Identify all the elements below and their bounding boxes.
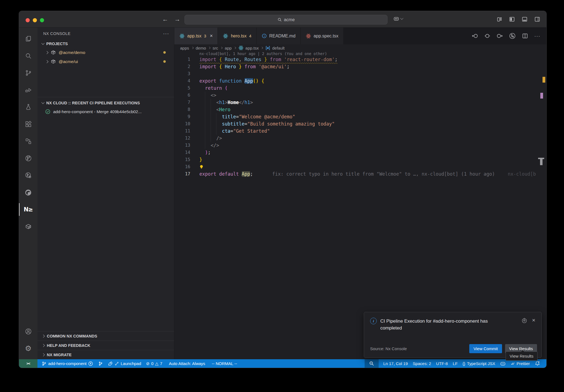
gitlens-compare-item[interactable] <box>96 359 105 368</box>
tab-app.tsx[interactable]: app.tsx3× <box>174 28 218 44</box>
activity-item-gitlens[interactable] <box>19 150 37 167</box>
activity-item-testing[interactable] <box>19 99 37 116</box>
command-center-search[interactable]: acme <box>185 15 387 24</box>
breadcrumb-item-src[interactable]: src <box>213 46 218 50</box>
toggle-primary-sidebar-icon[interactable] <box>509 16 515 22</box>
nav-previous-change-icon[interactable] <box>472 33 478 39</box>
code-line-1[interactable]: 1import { Route, Routes } from 'react-ro… <box>174 56 546 63</box>
activity-item-search[interactable] <box>19 47 37 64</box>
sidebar-more-actions-button[interactable]: ··· <box>163 31 169 37</box>
section-common-nx-commands[interactable]: COMMON NX COMMANDS <box>37 331 174 341</box>
notification-settings-gear-icon[interactable] <box>522 318 527 323</box>
git-codelens[interactable]: nx-cloud[bot], 1 hour ago | 2 authors (Y… <box>174 51 546 56</box>
language-mode-item[interactable]: {} TypeScript JSX <box>460 359 498 368</box>
code-line-16[interactable]: 16 <box>174 163 546 170</box>
scrollbar-handle-stem[interactable] <box>540 159 543 165</box>
code-line-11[interactable]: 11 cta="Get Started" <box>174 127 546 135</box>
breadcrumb-item-app[interactable]: app <box>225 46 232 50</box>
tab-close-icon[interactable]: × <box>210 33 213 39</box>
code-line-3[interactable]: 3 <box>174 70 546 77</box>
code-line-14[interactable]: 14 ); <box>174 149 546 156</box>
activity-item-settings[interactable]: ⚙ <box>19 340 37 357</box>
copilot-menu[interactable] <box>393 15 403 22</box>
section-label: NX MIGRATE <box>47 353 72 357</box>
code-line-10[interactable]: 10 subtitle="Build something amazing tod… <box>174 120 546 127</box>
eol-item[interactable]: LF <box>450 359 460 368</box>
launchpad-item[interactable]: Launchpad <box>105 359 143 368</box>
problems-item[interactable]: ⊘ 0 △ 7 <box>144 359 165 368</box>
nav-next-change-icon[interactable] <box>497 33 503 39</box>
commit-graph-icon[interactable] <box>509 32 516 39</box>
code-line-12[interactable]: 12 /> <box>174 135 546 142</box>
customize-layout-icon[interactable] <box>497 17 502 22</box>
chevron-right-icon <box>45 60 48 63</box>
line-content: } <box>190 156 202 163</box>
activity-item-containers[interactable] <box>19 218 37 235</box>
git-branch-item[interactable]: add-hero-component <box>39 359 96 368</box>
breadcrumb-item-default[interactable]: default <box>265 45 284 51</box>
toggle-secondary-sidebar-icon[interactable] <box>534 16 540 22</box>
code-line-17[interactable]: 17export default App;fix: correct typo i… <box>174 170 546 178</box>
tab-hero.tsx[interactable]: hero.tsx4 <box>218 28 256 44</box>
section-projects[interactable]: PROJECTS <box>37 40 174 48</box>
gitlens-inspect-icon <box>25 172 32 179</box>
breadcrumb-item-apps[interactable]: apps <box>180 46 189 50</box>
code-line-5[interactable]: 5 return ( <box>174 85 546 92</box>
breadcrumb-item-app.tsx[interactable]: app.tsx <box>238 45 259 51</box>
zoom-indicator[interactable] <box>365 359 379 368</box>
view-commit-button[interactable]: View Commit <box>469 344 502 353</box>
sidebar-nx-console: NX CONSOLE ··· PROJECTS @acme/demo@acme/… <box>37 28 174 359</box>
section-nx-cloud[interactable]: NX CLOUD :: RECENT CI PIPELINE EXECUTION… <box>37 99 174 107</box>
minimize-window-button[interactable] <box>33 18 37 22</box>
chevron-down-icon <box>41 42 44 45</box>
activity-item-edge-browser[interactable] <box>19 184 37 201</box>
activity-item-nx-console[interactable]: N≥ <box>19 201 37 218</box>
search-value: acme <box>284 17 295 22</box>
notification-close-icon[interactable]: × <box>532 318 535 323</box>
run-debug-icon <box>25 86 32 94</box>
ci-pipeline-item[interactable]: add-hero-component - Merge 409b44e5cb02.… <box>37 107 174 116</box>
activity-item-source-control[interactable] <box>19 64 37 81</box>
project-item[interactable]: @acme/ui <box>37 57 174 66</box>
activity-item-explorer[interactable] <box>19 30 37 47</box>
section-nx-migrate[interactable]: NX MIGRATE <box>37 350 174 359</box>
cursor-position-item[interactable]: Ln 17, Col 19 <box>381 359 410 368</box>
status-bar: >< add-hero-component <box>19 359 546 368</box>
activity-item-extensions[interactable] <box>19 116 37 133</box>
activity-item-gitlens-inspect[interactable] <box>19 167 37 184</box>
editor-more-actions-icon[interactable]: ··· <box>534 33 540 39</box>
modified-dot-badge <box>163 51 166 54</box>
code-line-2[interactable]: 2import { Hero } from '@acme/ui'; <box>174 63 546 70</box>
close-window-button[interactable] <box>26 18 30 22</box>
code-line-13[interactable]: 13 </> <box>174 142 546 149</box>
activity-bar: N≥ ⚙ <box>19 28 37 359</box>
tab-app.spec.tsx[interactable]: app.spec.tsx <box>301 28 344 44</box>
code-line-4[interactable]: 4export function App() { <box>174 77 546 85</box>
indentation-item[interactable]: Spaces: 2 <box>410 359 434 368</box>
split-editor-icon[interactable] <box>522 33 528 39</box>
remote-indicator[interactable]: >< <box>19 359 37 368</box>
code-line-6[interactable]: 6 <> <box>174 92 546 99</box>
activity-item-run-debug[interactable] <box>19 81 37 99</box>
project-item[interactable]: @acme/demo <box>37 48 174 57</box>
history-back-icon[interactable]: ← <box>162 16 168 23</box>
line-content: <> <box>190 92 216 99</box>
toggle-panel-icon[interactable] <box>522 16 528 22</box>
activity-item-dependency-graph[interactable] <box>19 133 37 150</box>
code-line-7[interactable]: 7 <h1>Home</h1> <box>174 99 546 106</box>
auto-attach-item[interactable]: Auto Attach: Always <box>166 359 208 368</box>
line-number: 5 <box>174 85 190 92</box>
breadcrumb-item-demo[interactable]: demo <box>196 46 206 50</box>
maximize-window-button[interactable] <box>40 18 44 22</box>
code-line-15[interactable]: 15} <box>174 156 546 163</box>
current-change-icon[interactable] <box>484 33 490 39</box>
encoding-item[interactable]: UTF-8 <box>434 359 451 368</box>
tab-README.md[interactable]: README.md <box>257 28 301 44</box>
activity-item-accounts[interactable] <box>19 323 37 340</box>
code-line-8[interactable]: 8 <Hero <box>174 106 546 113</box>
react-orange-icon <box>306 33 311 39</box>
history-forward-icon[interactable]: → <box>174 16 180 23</box>
code-line-9[interactable]: 9 title="Welcome @acme/demo" <box>174 113 546 120</box>
section-help-and-feedback[interactable]: HELP AND FEEDBACK <box>37 341 174 350</box>
vim-mode-item[interactable]: -- NORMAL -- <box>209 359 240 368</box>
